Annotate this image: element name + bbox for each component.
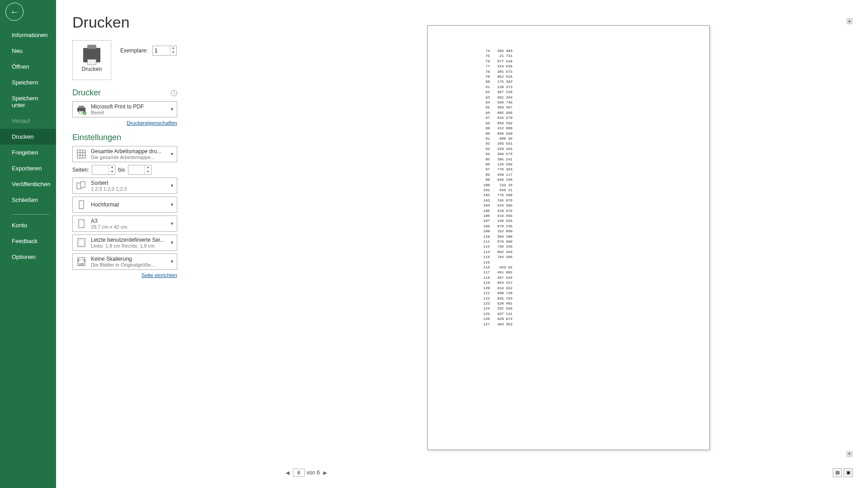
svg-rect-1 bbox=[79, 106, 84, 108]
scope-secondary: Die gesamte Arbeitsmappe... bbox=[91, 155, 168, 160]
preview-row: 76677 520 bbox=[472, 59, 709, 64]
preview-row: 113602 484 bbox=[472, 249, 709, 254]
settings-section-header: Einstellungen bbox=[72, 133, 121, 142]
page-pager: ◀ von 6 ▶ bbox=[284, 469, 329, 477]
pages-to-input[interactable] bbox=[128, 165, 145, 174]
preview-row: 77314 635 bbox=[472, 64, 709, 69]
preview-row: 124332 556 bbox=[472, 306, 709, 311]
sidebar-item-schliessen[interactable]: Schließen bbox=[0, 192, 56, 208]
sidebar-item-optionen[interactable]: Optionen bbox=[0, 249, 56, 265]
workbook-icon bbox=[75, 148, 87, 160]
back-button[interactable]: ← bbox=[5, 3, 24, 21]
collate-secondary: 1;2;3 1;2;3 1;2;3 bbox=[91, 186, 168, 192]
preview-row: 102778 480 bbox=[472, 192, 709, 197]
sidebar-item-speichern-unter[interactable]: Speichern unter bbox=[0, 90, 56, 113]
zoom-to-page-button[interactable]: ▣ bbox=[844, 468, 853, 477]
scroll-down-icon[interactable]: ▼ bbox=[846, 451, 853, 457]
svg-text:100: 100 bbox=[79, 263, 84, 266]
pages-to-spinner[interactable]: ▲▼ bbox=[128, 165, 151, 175]
preview-row: 120818 352 bbox=[472, 286, 709, 291]
preview-row: 121690 720 bbox=[472, 291, 709, 296]
sidebar-item-speichern[interactable]: Speichern bbox=[0, 75, 56, 90]
preview-vertical-scrollbar[interactable]: ▲ ▼ bbox=[846, 18, 853, 457]
preview-row: 123520 491 bbox=[472, 301, 709, 306]
preview-row: 117491 001 bbox=[472, 270, 709, 275]
scaling-icon: 100 bbox=[75, 256, 87, 267]
chevron-down-icon: ▼ bbox=[170, 183, 174, 188]
print-button-label: Drucken bbox=[82, 66, 102, 72]
up-icon[interactable]: ▲ bbox=[109, 165, 115, 170]
sidebar-item-informationen[interactable]: Informationen bbox=[0, 27, 56, 43]
margins-dropdown[interactable]: Letzte benutzerdefinierte Sei... Links: … bbox=[72, 235, 177, 251]
chevron-down-icon: ▼ bbox=[170, 202, 174, 207]
page-setup-link[interactable]: Seite einrichten bbox=[72, 272, 177, 278]
preview-row: 93229 453 bbox=[472, 146, 709, 151]
sidebar-item-drucken[interactable]: Drucken bbox=[0, 129, 56, 145]
preview-row: 88656 258 bbox=[472, 121, 709, 126]
next-page-button[interactable]: ▶ bbox=[321, 469, 329, 477]
preview-row: 125837 121 bbox=[472, 311, 709, 316]
sidebar-item-konto[interactable]: Konto bbox=[0, 217, 56, 233]
copies-input[interactable] bbox=[153, 46, 170, 55]
chevron-down-icon: ▼ bbox=[170, 152, 174, 156]
preview-row: 119963 157 bbox=[472, 280, 709, 285]
show-margins-button[interactable]: ▤ bbox=[833, 468, 842, 477]
preview-row: 78365 873 bbox=[472, 69, 709, 74]
preview-row: 79952 626 bbox=[472, 74, 709, 79]
preview-row: 74304 403 bbox=[472, 48, 709, 53]
print-execute-button[interactable]: Drucken bbox=[72, 40, 111, 80]
paper-size-dropdown[interactable]: A3 29,7 cm x 42 cm ▼ bbox=[72, 216, 177, 232]
sidebar-item-freigeben[interactable]: Freigeben bbox=[0, 145, 56, 160]
svg-rect-4 bbox=[77, 150, 85, 158]
printer-info-icon[interactable]: i bbox=[171, 90, 177, 96]
preview-row: 94388 576 bbox=[472, 151, 709, 156]
scroll-up-icon[interactable]: ▲ bbox=[846, 18, 853, 24]
preview-row: 115 bbox=[472, 260, 709, 265]
prev-page-button[interactable]: ◀ bbox=[284, 469, 291, 477]
orientation-dropdown[interactable]: Hochformat ▼ bbox=[72, 197, 177, 213]
scaling-dropdown[interactable]: 100 Keine Skalierung Die Blätter in Orig… bbox=[72, 253, 177, 270]
printer-name: Microsoft Print to PDF bbox=[91, 103, 168, 110]
copies-spinner[interactable]: ▲ ▼ bbox=[152, 46, 177, 56]
preview-row: 85366 467 bbox=[472, 105, 709, 110]
margins-secondary: Links: 1,8 cm Rechts: 1,8 cm bbox=[91, 243, 168, 249]
down-icon[interactable]: ▼ bbox=[109, 170, 115, 174]
scaling-secondary: Die Blätter in Originalgröße... bbox=[91, 262, 168, 267]
preview-data-table: 74304 4037521 73176677 52077314 63578365… bbox=[472, 48, 709, 327]
preview-row: 80175 382 bbox=[472, 79, 709, 84]
pages-from-spinner[interactable]: ▲▼ bbox=[92, 165, 115, 175]
chevron-down-icon: ▼ bbox=[170, 221, 174, 226]
sidebar-item-feedback[interactable]: Feedback bbox=[0, 233, 56, 249]
scaling-primary: Keine Skalierung bbox=[91, 256, 168, 262]
sidebar-item-veroeffentlichen[interactable]: Veröffentlichen bbox=[0, 176, 56, 192]
current-page-input[interactable] bbox=[293, 469, 305, 477]
preview-row: 99848 346 bbox=[472, 177, 709, 182]
preview-row: 96126 568 bbox=[472, 162, 709, 167]
collate-dropdown[interactable]: Sortiert 1;2;3 1;2;3 1;2;3 ▼ bbox=[72, 178, 177, 194]
main-content: Drucken Drucken Exemplare: ▲ ▼ Drucker bbox=[56, 0, 868, 488]
up-icon[interactable]: ▲ bbox=[145, 165, 151, 170]
preview-row: 105310 878 bbox=[472, 208, 709, 213]
sidebar-item-oeffnen[interactable]: Öffnen bbox=[0, 59, 56, 75]
copies-down-icon[interactable]: ▼ bbox=[170, 51, 176, 55]
down-icon[interactable]: ▼ bbox=[145, 170, 151, 174]
print-settings-panel: Drucken Exemplare: ▲ ▼ Drucker i bbox=[72, 40, 177, 278]
printer-dropdown[interactable]: Microsoft Print to PDF Bereit ▼ bbox=[72, 101, 177, 117]
printer-properties-link[interactable]: Druckereigenschaften bbox=[72, 120, 177, 126]
preview-row: 110394 200 bbox=[472, 234, 709, 239]
margins-icon bbox=[75, 237, 87, 249]
print-scope-dropdown[interactable]: Gesamte Arbeitsmappe dru... Die gesamte … bbox=[72, 146, 177, 162]
chevron-down-icon: ▼ bbox=[170, 240, 174, 245]
pages-to-label: bis bbox=[118, 167, 125, 173]
sidebar-item-neu[interactable]: Neu bbox=[0, 43, 56, 59]
preview-row: 127403 353 bbox=[472, 322, 709, 327]
preview-row: 122925 763 bbox=[472, 296, 709, 301]
pages-from-input[interactable] bbox=[92, 165, 108, 174]
preview-row: 101648 21 bbox=[472, 188, 709, 192]
copies-up-icon[interactable]: ▲ bbox=[170, 46, 176, 51]
preview-row: 98420 117 bbox=[472, 172, 709, 177]
preview-row: 118467 528 bbox=[472, 275, 709, 280]
sidebar-item-exportieren[interactable]: Exportieren bbox=[0, 160, 56, 176]
print-preview-area: 74304 4037521 73176677 52077314 63578365… bbox=[282, 9, 854, 479]
preview-row: 103785 676 bbox=[472, 198, 709, 203]
